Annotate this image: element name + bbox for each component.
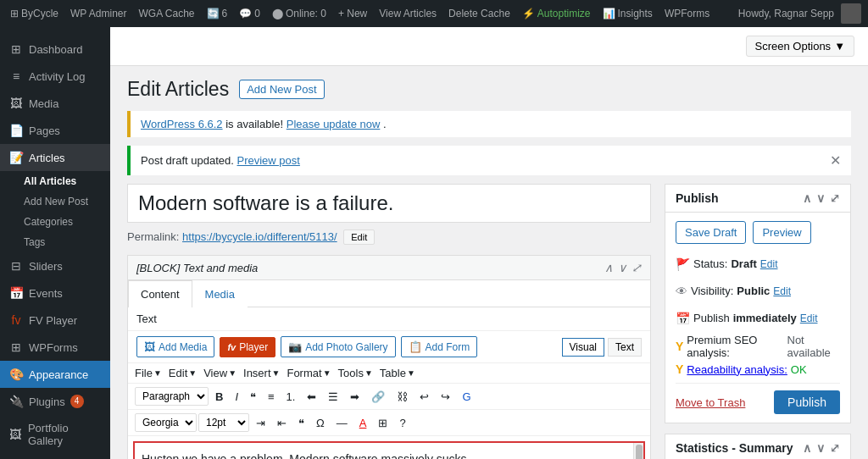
post-title-input[interactable] — [127, 184, 651, 223]
publish-time-edit-link[interactable]: Edit — [800, 308, 818, 329]
preview-button[interactable]: Preview — [753, 221, 810, 244]
sidebar-sub-tags[interactable]: Tags — [0, 232, 110, 252]
permalink-url[interactable]: https://bycycle.io/different/5113/ — [182, 230, 337, 243]
sidebar-item-users[interactable]: 👤 Users — [0, 454, 110, 459]
stats-collapse-down-icon[interactable]: ∨ — [816, 441, 825, 455]
wordpress-version-link[interactable]: WordPress 6.6.2 — [141, 118, 223, 130]
format-menu[interactable]: Format ▼ — [287, 367, 331, 379]
tab-media[interactable]: Media — [192, 280, 248, 307]
sidebar-item-events[interactable]: 📅 Events — [0, 279, 110, 307]
admin-bar-new[interactable]: + New — [335, 8, 370, 19]
admin-bar-wp-admin[interactable]: WP Adminer — [67, 8, 130, 19]
sidebar-item-articles[interactable]: 📝 Articles — [0, 144, 110, 171]
tools-menu[interactable]: Tools ▼ — [338, 367, 373, 379]
special-char-button[interactable]: Ω — [311, 414, 330, 432]
sidebar-sub-add-new-post[interactable]: Add New Post — [0, 191, 110, 212]
insert-menu[interactable]: Insert ▼ — [243, 367, 280, 379]
file-menu[interactable]: File ▼ — [135, 367, 162, 379]
save-draft-button[interactable]: Save Draft — [676, 221, 746, 244]
add-form-button[interactable]: 📋 Add Form — [401, 336, 478, 357]
readability-link[interactable]: Readability analysis: — [687, 363, 787, 376]
admin-bar-delete-cache[interactable]: Delete Cache — [445, 8, 514, 19]
align-right-button[interactable]: ➡ — [345, 388, 364, 406]
publish-button[interactable]: Publish — [774, 390, 840, 414]
quote-button[interactable]: ❝ — [245, 388, 261, 406]
admin-bar-insights[interactable]: 📊 Insights — [599, 8, 656, 19]
stats-fullscreen-icon[interactable]: ⤢ — [830, 441, 840, 455]
table-insert-button[interactable]: ⊞ — [373, 414, 392, 432]
sidebar-item-wpforms[interactable]: ⊞ WPForms — [0, 334, 110, 361]
sidebar-sub-categories[interactable]: Categories — [0, 212, 110, 232]
admin-bar-site[interactable]: ⊞ ByCycle — [7, 8, 62, 19]
sidebar-item-fv-player[interactable]: fv FV Player — [0, 307, 110, 334]
admin-bar-online[interactable]: ⬤ Online: 0 — [269, 8, 330, 19]
visibility-edit-link[interactable]: Edit — [773, 281, 791, 301]
admin-bar-updates[interactable]: 🔄 6 — [203, 8, 231, 19]
bold-button[interactable]: B — [210, 388, 228, 406]
fv-player-button[interactable]: fv Player — [220, 337, 275, 357]
sidebar-item-activity-log[interactable]: ≡ Activity Log — [0, 63, 110, 90]
outdent-button[interactable]: ⇤ — [272, 414, 292, 432]
add-media-button[interactable]: 🖼 Add Media — [136, 336, 214, 357]
paragraph-select[interactable]: Paragraph — [135, 387, 209, 406]
add-new-post-button[interactable]: Add New Post — [239, 80, 324, 99]
ordered-list-button[interactable]: 1. — [281, 388, 301, 406]
editor-scrollthumb[interactable] — [636, 445, 643, 459]
screen-options-button[interactable]: Screen Options ▼ — [746, 36, 854, 57]
sidebar-item-media[interactable]: 🖼 Media — [0, 90, 110, 117]
link-button[interactable]: 🔗 — [366, 388, 390, 406]
italic-button[interactable]: I — [230, 388, 243, 406]
collapse-down-icon[interactable]: ∨ — [816, 191, 825, 205]
text-button[interactable]: Text — [608, 338, 642, 357]
sidebar-item-pages[interactable]: 📄 Pages — [0, 117, 110, 144]
admin-bar-autoptimize[interactable]: ⚡ Autoptimize — [519, 8, 594, 19]
sidebar-sub-all-articles[interactable]: All Articles — [0, 171, 110, 191]
please-update-link[interactable]: Please update now — [287, 118, 381, 130]
sidebar-item-portfolio-gallery[interactable]: 🖼 Portfolio Gallery — [0, 415, 110, 454]
sidebar-item-dashboard[interactable]: ⊞ Dashboard — [0, 36, 110, 63]
permalink-edit-button[interactable]: Edit — [343, 230, 375, 245]
font-size-select[interactable]: 12pt — [198, 413, 249, 432]
indent-button[interactable]: ⇥ — [251, 414, 270, 432]
stats-collapse-up-icon[interactable]: ∧ — [803, 441, 811, 455]
plugins-badge: 4 — [70, 395, 84, 408]
admin-bar-view-articles[interactable]: View Articles — [376, 8, 440, 19]
block-fullscreen-icon[interactable]: ⤢ — [632, 261, 642, 274]
wpforms-icon: ⊞ — [8, 340, 24, 354]
admin-bar-wga-cache[interactable]: WGA Cache — [135, 8, 198, 19]
table-menu[interactable]: Table ▼ — [380, 367, 415, 379]
editor-content-area[interactable]: Huston we have a problem. Modern softwar… — [133, 441, 645, 459]
admin-bar-wpforms[interactable]: WPForms — [661, 8, 713, 19]
block-quote-button[interactable]: ❝ — [293, 414, 309, 432]
text-color-button[interactable]: A — [354, 414, 372, 432]
sidebar-item-sliders[interactable]: ⊟ Sliders — [0, 252, 110, 279]
align-center-button[interactable]: ☰ — [323, 388, 343, 406]
undo-button[interactable]: ↩ — [415, 388, 434, 406]
move-to-trash-link[interactable]: Move to Trash — [676, 396, 745, 409]
add-photo-gallery-button[interactable]: 📷 Add Photo Gallery — [281, 336, 395, 357]
status-edit-link[interactable]: Edit — [760, 254, 778, 274]
hr-button[interactable]: — — [331, 414, 353, 432]
preview-post-link[interactable]: Preview post — [236, 154, 299, 167]
readability-row: Y Readability analysis: OK — [676, 362, 840, 376]
help-button[interactable]: ? — [394, 414, 410, 432]
unordered-list-button[interactable]: ≡ — [263, 388, 280, 406]
visual-button[interactable]: Visual — [562, 338, 604, 357]
sidebar-item-appearance[interactable]: 🎨 Appearance — [0, 361, 110, 388]
view-menu[interactable]: View ▼ — [203, 367, 236, 379]
redo-button[interactable]: ↪ — [436, 388, 455, 406]
align-left-button[interactable]: ⬅ — [302, 388, 321, 406]
edit-menu[interactable]: Edit ▼ — [169, 367, 197, 379]
font-family-select[interactable]: Georgia — [135, 413, 197, 432]
close-notice-icon[interactable]: ✕ — [830, 152, 841, 169]
unlink-button[interactable]: ⛓ — [392, 388, 413, 406]
editor-scrollbar[interactable] — [633, 443, 643, 459]
collapse-up-icon[interactable]: ∧ — [803, 191, 811, 205]
block-collapse-icon[interactable]: ∨ — [618, 261, 626, 274]
grammarly-button[interactable]: G — [457, 388, 476, 406]
fullscreen-icon[interactable]: ⤢ — [830, 191, 840, 205]
block-expand-icon[interactable]: ∧ — [604, 261, 613, 274]
tab-content[interactable]: Content — [128, 280, 192, 307]
sidebar-item-plugins[interactable]: 🔌 Plugins 4 — [0, 388, 110, 415]
admin-bar-comments[interactable]: 💬 0 — [236, 8, 264, 19]
